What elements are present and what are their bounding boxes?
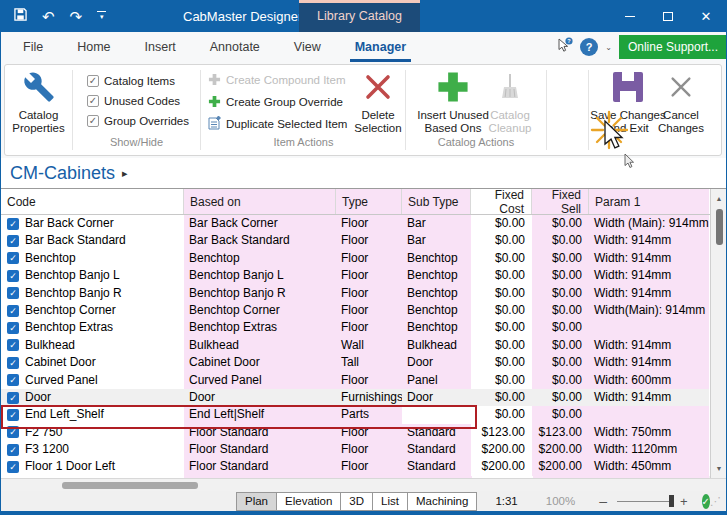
table-row[interactable]: ✓ Door Door Furnishings Door $0.00 $0.00… [1, 389, 711, 406]
cell-fixed-sell: $0.00 [532, 215, 589, 232]
zoom-in-button[interactable]: + [680, 494, 688, 509]
view-tab[interactable]: 3D [340, 492, 373, 511]
cell-fixed-cost: $0.00 [471, 337, 532, 354]
column-header-code[interactable]: Code [1, 189, 184, 214]
menu-tab[interactable]: File [18, 32, 48, 62]
minimize-button[interactable] [611, 0, 649, 32]
menubar-right-cluster: ? ? ⌄ Online Support... [557, 32, 727, 62]
duplicate-selected-item-button[interactable]: Duplicate Selected Item [208, 115, 347, 133]
table-row[interactable]: ✓ Cabinet Door Cabinet Door Tall Door $0… [1, 354, 711, 371]
horizontal-scroll-thumb[interactable] [62, 482, 198, 489]
menu-tab[interactable]: Annotate [205, 32, 265, 62]
status-ok-icon[interactable]: ✓ [702, 494, 710, 509]
table-row[interactable]: ✓ Curved Panel Curved Panel Floor Panel … [1, 372, 711, 389]
insert-unused-based-ons-button[interactable]: Insert Unused Based Ons [409, 67, 497, 135]
catalog-cleanup-button[interactable]: Catalog Cleanup [485, 67, 535, 135]
row-checkbox-checked[interactable]: ✓ [7, 409, 19, 421]
scroll-up-icon[interactable]: ▲ [711, 191, 727, 206]
customize-quick-access-icon[interactable]: ▾ [97, 11, 106, 21]
cell-fixed-sell: $0.00 [532, 337, 589, 354]
cell-fixed-cost: $0.00 [471, 267, 532, 284]
table-row[interactable]: ✓ Bulkhead Bulkhead Wall Bulkhead $0.00 … [1, 337, 711, 354]
cursor-help-icon[interactable]: ? [557, 37, 573, 57]
row-checkbox-checked[interactable]: ✓ [7, 339, 19, 351]
vertical-scroll-thumb[interactable] [716, 209, 723, 245]
menu-tab[interactable]: Insert [140, 32, 181, 62]
view-tab[interactable]: List [372, 492, 408, 511]
table-row[interactable]: ✓ Benchtop Corner Benchtop Corner Floor … [1, 302, 711, 319]
create-group-override-button[interactable]: Create Group Override [208, 93, 343, 111]
column-header-type[interactable]: Type [336, 189, 402, 214]
row-checkbox-checked[interactable]: ✓ [7, 235, 19, 247]
show-hide-checkbox[interactable]: ✓ Unused Codes [87, 92, 180, 110]
table-row[interactable]: ✓ Benchtop Extras Benchtop Extras Floor … [1, 319, 711, 336]
row-checkbox-checked[interactable]: ✓ [7, 392, 19, 404]
cell-fixed-cost: $0.00 [471, 302, 532, 319]
row-checkbox-checked[interactable]: ✓ [7, 270, 19, 282]
breadcrumb[interactable]: CM-Cabinets [10, 163, 115, 184]
table-row[interactable]: ✓ Benchtop Benchtop Floor Benchtop $0.00… [1, 250, 711, 267]
zoom-out-button[interactable]: – [599, 493, 607, 509]
cell-fixed-sell: $0.00 [532, 372, 589, 389]
row-checkbox-checked[interactable]: ✓ [7, 461, 19, 473]
row-checkbox-checked[interactable]: ✓ [7, 218, 19, 230]
table-row[interactable]: ✓ F2 750 Floor Standard Floor Standard $… [1, 424, 711, 441]
table-row[interactable]: ✓ F3 1200 Floor Standard Floor Standard … [1, 441, 711, 458]
zoom-level: 100% [546, 495, 575, 507]
catalog-properties-button[interactable]: Catalog Properties [5, 67, 72, 135]
row-checkbox-checked[interactable]: ✓ [7, 322, 19, 334]
redo-icon[interactable]: ↷ [70, 9, 83, 24]
column-header-based-on[interactable]: Based on [184, 189, 336, 214]
scroll-down-icon[interactable]: ▼ [711, 461, 727, 476]
vertical-scrollbar[interactable]: ▲ ▼ [710, 189, 727, 479]
resize-grip-icon[interactable]: ⋰ [710, 495, 721, 508]
column-header-fixed-sell[interactable]: Fixed Sell [532, 189, 589, 214]
table-row[interactable]: ✓ Floor 1 Door Left Floor Standard Floor… [1, 458, 711, 475]
create-compound-item-button[interactable]: Create Compound Item [208, 71, 346, 89]
cell-code: Curved Panel [25, 372, 98, 389]
row-checkbox-checked[interactable]: ✓ [7, 287, 19, 299]
row-checkbox-checked[interactable]: ✓ [7, 305, 19, 317]
menu-tab[interactable]: View [289, 32, 326, 62]
row-checkbox-checked[interactable]: ✓ [7, 357, 19, 369]
zoom-slider-thumb[interactable] [669, 495, 674, 507]
column-header-param-1[interactable]: Param 1 [589, 189, 709, 214]
table-row[interactable]: ✓ Benchtop Banjo L Benchtop Banjo L Floo… [1, 267, 711, 284]
help-icon[interactable]: ? [580, 38, 598, 56]
show-hide-checkbox[interactable]: ✓ Catalog Items [87, 72, 175, 90]
table-row[interactable]: ✓ Bar Back Corner Bar Back Corner Floor … [1, 215, 711, 232]
view-tab[interactable]: Machining [407, 492, 477, 511]
cell-fixed-cost: $123.00 [471, 424, 532, 441]
table-row[interactable]: ✓ Bar Back Standard Bar Back Standard Fl… [1, 232, 711, 249]
row-checkbox-checked[interactable]: ✓ [7, 374, 19, 386]
view-tab[interactable]: Plan [236, 492, 277, 511]
view-tab[interactable]: Elevation [276, 492, 341, 511]
table-row[interactable]: ✓ End Left_Shelf End Left|Shelf Parts $0… [1, 406, 711, 423]
row-checkbox-checked[interactable]: ✓ [7, 252, 19, 264]
group-caption: Show/Hide [73, 136, 200, 148]
online-support-button[interactable]: Online Support... [619, 35, 727, 59]
delete-selection-button[interactable]: Delete Selection [351, 67, 405, 135]
close-button[interactable]: ✕ [687, 0, 725, 32]
cell-type: Floor [336, 267, 402, 284]
table-row[interactable]: ✓ Benchtop Banjo R Benchtop Banjo R Floo… [1, 285, 711, 302]
checkbox-icon: ✓ [87, 95, 99, 107]
column-header-sub-type[interactable]: Sub Type [402, 189, 471, 214]
column-header-fixed-cost[interactable]: Fixed Cost [471, 189, 532, 214]
save-icon[interactable] [14, 7, 27, 25]
zoom-slider[interactable] [617, 494, 670, 508]
statusbar: Plan Elevation 3D List Machining 1:31 10… [0, 491, 727, 511]
row-checkbox-checked[interactable]: ✓ [7, 444, 19, 456]
menu-tab[interactable]: Home [72, 32, 115, 62]
document-tab-library-catalog[interactable]: Library Catalog [299, 0, 420, 32]
cell-type: Floor [336, 302, 402, 319]
row-checkbox-checked[interactable]: ✓ [7, 426, 19, 438]
maximize-button[interactable] [649, 0, 687, 32]
chevron-down-icon[interactable]: ⌄ [605, 43, 612, 52]
undo-icon[interactable]: ↶ [42, 9, 55, 24]
cell-sub-type: Benchtop [402, 319, 471, 336]
show-hide-checkbox[interactable]: ✓ Group Overrides [87, 112, 189, 130]
cancel-changes-button[interactable]: Cancel Changes [653, 67, 709, 135]
menu-tab[interactable]: Manager [350, 32, 411, 62]
horizontal-scrollbar[interactable] [0, 478, 727, 491]
